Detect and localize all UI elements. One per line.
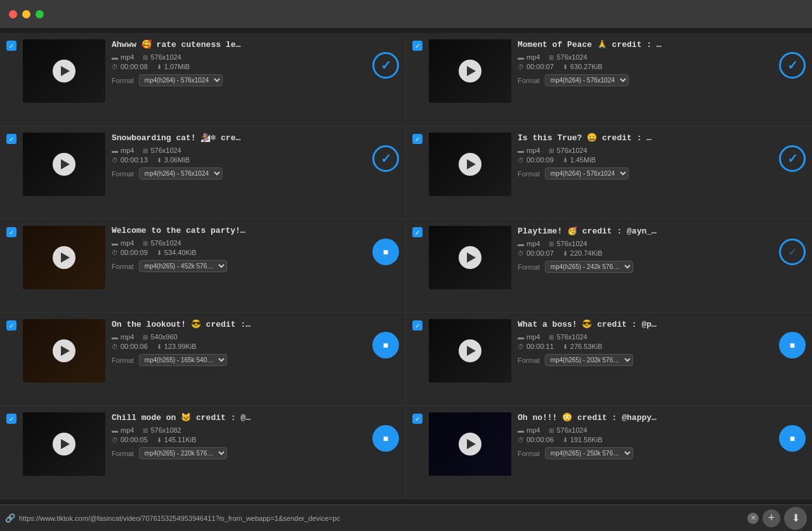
action-button[interactable]	[372, 145, 399, 172]
video-info: On the lookout! 😎 credit :… ▬ mp4 ⊞ 540x…	[112, 319, 366, 366]
video-checkbox[interactable]	[412, 41, 422, 51]
video-thumbnail[interactable]	[23, 226, 105, 289]
video-thumbnail[interactable]	[429, 412, 511, 476]
action-button[interactable]	[779, 52, 806, 79]
format-meta: ▬ mp4	[112, 147, 134, 154]
video-item: Oh no!!! 😳 credit : @happy… ▬ mp4 ⊞ 576x…	[406, 406, 812, 499]
meta-row-2: ⏱ 00:00:08 ⬇ 1.07MiB	[112, 63, 366, 70]
video-checkbox[interactable]	[6, 320, 16, 331]
action-button[interactable]	[779, 425, 806, 452]
format-select[interactable]: mp4(h265) - 202k 576…	[545, 354, 633, 366]
video-thumbnail[interactable]	[429, 319, 511, 383]
clock-icon: ⏱	[112, 157, 118, 164]
action-button[interactable]	[372, 425, 399, 452]
download-icon: ⬇	[157, 436, 162, 443]
format-meta: ▬ mp4	[518, 426, 540, 434]
video-duration: 00:00:08	[121, 63, 148, 70]
video-list: Ahwww 🥰 rate cuteness le… ▬ mp4 ⊞ 576x10…	[0, 28, 812, 504]
meta-row-2: ⏱ 00:00:07 ⬇ 220.74KiB	[518, 249, 773, 257]
play-button[interactable]	[459, 339, 481, 362]
duration-meta: ⏱ 00:00:13	[112, 156, 148, 164]
format-select[interactable]: mp4(h264) - 576x1024	[545, 167, 629, 180]
play-button[interactable]	[53, 433, 75, 456]
video-thumbnail[interactable]	[429, 226, 511, 289]
video-checkbox[interactable]	[412, 227, 422, 237]
video-duration: 00:00:09	[121, 249, 148, 256]
video-checkbox[interactable]	[6, 227, 16, 237]
video-item: On the lookout! 😎 credit :… ▬ mp4 ⊞ 540x…	[0, 313, 406, 406]
film-icon: ▬	[112, 54, 118, 61]
video-checkbox[interactable]	[6, 134, 16, 144]
video-format: mp4	[121, 426, 134, 434]
video-thumbnail[interactable]	[23, 412, 105, 476]
clock-icon: ⏱	[518, 436, 524, 443]
size-meta: ⬇ 276.53KiB	[563, 343, 603, 350]
video-thumbnail[interactable]	[429, 39, 511, 103]
format-label: Format	[518, 357, 540, 364]
video-format: mp4	[121, 333, 134, 341]
video-resolution: 576x1082	[150, 426, 181, 434]
video-checkbox[interactable]	[412, 134, 422, 144]
film-icon: ▬	[112, 147, 118, 154]
play-button[interactable]	[53, 153, 75, 176]
format-select[interactable]: mp4(h265) - 242k 576…	[545, 261, 633, 273]
size-meta: ⬇ 145.11KiB	[157, 436, 197, 443]
action-button[interactable]	[372, 332, 399, 358]
format-select[interactable]: mp4(h264) - 576x1024	[139, 74, 223, 86]
play-button[interactable]	[53, 339, 75, 362]
format-select[interactable]: mp4(h264) - 576x1024	[545, 74, 629, 86]
video-size: 534.40KiB	[164, 249, 197, 256]
video-thumbnail[interactable]	[23, 319, 105, 383]
video-format: mp4	[527, 426, 540, 434]
video-resolution: 576x1024	[150, 239, 181, 247]
action-button[interactable]	[372, 239, 399, 265]
video-resolution: 540x960	[150, 333, 177, 341]
meta-row-2: ⏱ 00:00:09 ⬇ 534.40KiB	[112, 249, 366, 256]
meta-row-1: ▬ mp4 ⊞ 576x1082	[112, 426, 366, 434]
video-checkbox[interactable]	[412, 320, 422, 331]
play-button[interactable]	[53, 246, 75, 269]
video-checkbox[interactable]	[6, 41, 16, 51]
action-button[interactable]	[372, 52, 399, 79]
video-thumbnail[interactable]	[429, 133, 511, 196]
resolution-meta: ⊞ 576x1024	[143, 147, 181, 154]
resolution-meta: ⊞ 576x1024	[143, 53, 181, 61]
action-button[interactable]	[779, 145, 806, 172]
close-button[interactable]	[9, 10, 17, 18]
url-input[interactable]	[19, 515, 743, 522]
format-meta: ▬ mp4	[112, 426, 134, 434]
format-label: Format	[518, 263, 540, 271]
meta-row-2: ⏱ 00:00:11 ⬇ 276.53KiB	[518, 343, 773, 350]
meta-row-2: ⏱ 00:00:05 ⬇ 145.11KiB	[112, 436, 366, 443]
action-button[interactable]	[779, 332, 806, 358]
format-select[interactable]: mp4(h265) - 452k 576…	[139, 260, 227, 272]
video-resolution: 576x1024	[556, 240, 587, 247]
video-thumbnail[interactable]	[23, 133, 105, 196]
video-checkbox[interactable]	[412, 414, 422, 424]
video-thumbnail[interactable]	[23, 39, 105, 103]
video-checkbox[interactable]	[6, 414, 16, 424]
video-size: 3.06MiB	[164, 156, 190, 164]
resolution-meta: ⊞ 576x1082	[143, 426, 181, 434]
action-button[interactable]	[779, 239, 806, 265]
title-bar	[0, 0, 812, 28]
video-title: Chill mode on 🐱 credit : @…	[112, 412, 366, 423]
add-button[interactable]: +	[763, 509, 780, 527]
format-row: Format mp4(h264) - 576x1024	[112, 74, 366, 86]
clear-button[interactable]: ✕	[747, 513, 759, 524]
play-button[interactable]	[459, 246, 481, 269]
format-select[interactable]: mp4(h265) - 220k 576…	[139, 447, 227, 459]
format-select[interactable]: mp4(h265) - 165k 540…	[139, 354, 227, 366]
play-button[interactable]	[459, 153, 481, 176]
duration-meta: ⏱ 00:00:09	[112, 249, 148, 256]
download-all-button[interactable]: ⬇	[784, 507, 807, 530]
film-icon: ▬	[112, 240, 118, 247]
play-button[interactable]	[459, 60, 481, 82]
format-select[interactable]: mp4(h265) - 250k 576…	[545, 447, 633, 459]
play-button[interactable]	[53, 60, 75, 82]
maximize-button[interactable]	[36, 10, 44, 18]
minimize-button[interactable]	[22, 10, 30, 18]
format-select[interactable]: mp4(h264) - 576x1024	[139, 167, 223, 180]
play-button[interactable]	[459, 433, 481, 456]
clock-icon: ⏱	[518, 63, 524, 70]
